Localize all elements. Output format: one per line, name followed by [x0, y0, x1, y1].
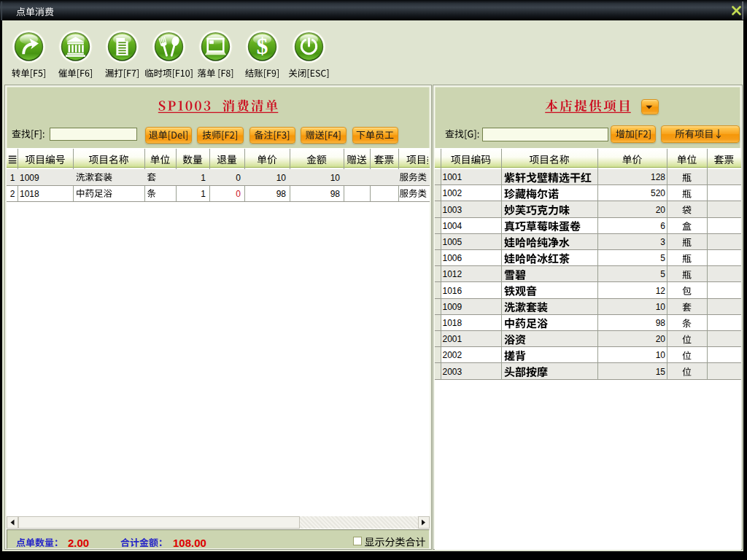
svg-text:$: $: [257, 34, 268, 59]
